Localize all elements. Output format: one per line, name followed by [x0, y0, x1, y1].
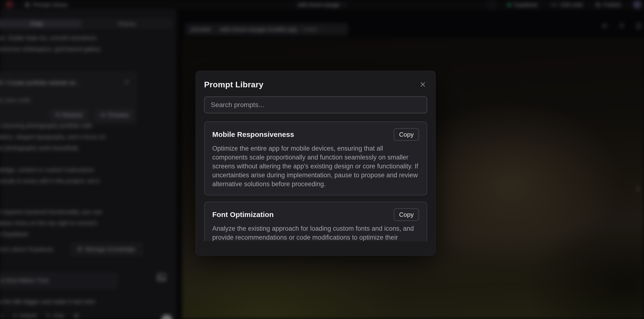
modal-title: Prompt Library — [204, 80, 264, 89]
close-icon — [420, 81, 426, 88]
copy-button[interactable]: Copy — [394, 208, 419, 221]
modal-close-button[interactable] — [418, 80, 427, 89]
prompt-title: Mobile Responsiveness — [212, 130, 294, 138]
search-prompts-input[interactable] — [204, 96, 427, 113]
app-window: Prompt Library wild-cloud-voyage Supabas… — [0, 0, 644, 319]
prompt-description: Analyze the existing approach for loadin… — [212, 224, 419, 241]
prompt-library-modal: Prompt Library Mobile Responsiveness Cop… — [196, 71, 436, 256]
prompt-card-font-optimization: Font Optimization Copy Analyze the exist… — [204, 202, 427, 241]
prompt-list: Mobile Responsiveness Copy Optimize the … — [204, 122, 427, 241]
copy-button[interactable]: Copy — [394, 128, 419, 141]
prompt-card-mobile-responsiveness: Mobile Responsiveness Copy Optimize the … — [204, 122, 427, 195]
prompt-description: Optimize the entire app for mobile devic… — [212, 144, 419, 188]
prompt-title: Font Optimization — [212, 210, 274, 219]
